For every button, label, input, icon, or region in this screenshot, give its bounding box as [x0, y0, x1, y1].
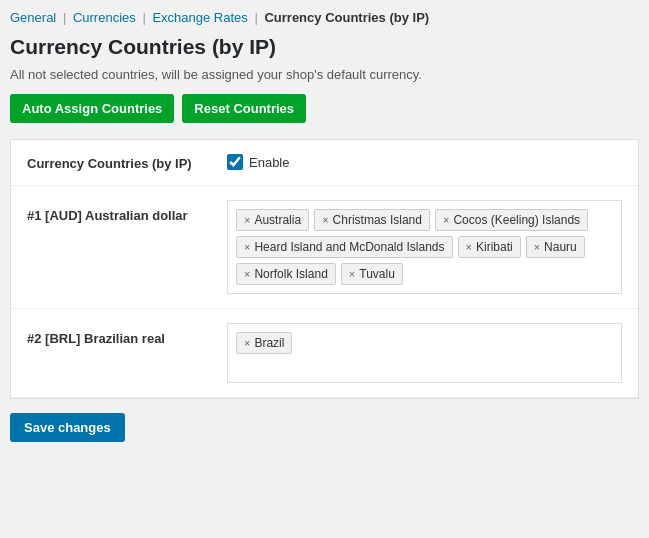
currency-label-brl: #2 [BRL] Brazilian real	[27, 323, 227, 346]
country-name: Tuvalu	[359, 267, 395, 281]
remove-country-icon[interactable]: ×	[349, 268, 355, 280]
nav-current: Currency Countries (by IP)	[264, 10, 429, 25]
nav-currencies[interactable]: Currencies	[73, 10, 136, 25]
country-tag: ×Heard Island and McDonald Islands	[236, 236, 453, 258]
currency-tags-brl[interactable]: ×Brazil	[227, 323, 622, 383]
currency-label-aud: #1 [AUD] Australian dollar	[27, 200, 227, 223]
nav-general[interactable]: General	[10, 10, 56, 25]
country-name: Christmas Island	[333, 213, 422, 227]
currency-row-aud: #1 [AUD] Australian dollar×Australia×Chr…	[11, 186, 638, 309]
country-name: Nauru	[544, 240, 577, 254]
auto-assign-button[interactable]: Auto Assign Countries	[10, 94, 174, 123]
remove-country-icon[interactable]: ×	[322, 214, 328, 226]
country-tag: ×Tuvalu	[341, 263, 403, 285]
country-tag: ×Christmas Island	[314, 209, 430, 231]
currency-row-brl: #2 [BRL] Brazilian real×Brazil	[11, 309, 638, 398]
remove-country-icon[interactable]: ×	[534, 241, 540, 253]
country-tag: ×Nauru	[526, 236, 585, 258]
save-button[interactable]: Save changes	[10, 413, 125, 442]
remove-country-icon[interactable]: ×	[244, 241, 250, 253]
nav-sep-3: |	[254, 10, 257, 25]
currency-rows: #1 [AUD] Australian dollar×Australia×Chr…	[11, 186, 638, 398]
country-tag: ×Australia	[236, 209, 309, 231]
main-content: Currency Countries (by IP) Enable #1 [AU…	[10, 139, 639, 399]
nav-bar: General | Currencies | Exchange Rates | …	[0, 0, 649, 31]
page-title: Currency Countries (by IP)	[0, 31, 649, 67]
remove-country-icon[interactable]: ×	[443, 214, 449, 226]
enable-text: Enable	[249, 155, 289, 170]
remove-country-icon[interactable]: ×	[466, 241, 472, 253]
remove-country-icon[interactable]: ×	[244, 337, 250, 349]
nav-sep-2: |	[142, 10, 145, 25]
enable-row: Currency Countries (by IP) Enable	[11, 140, 638, 186]
country-name: Norfolk Island	[254, 267, 327, 281]
country-name: Heard Island and McDonald Islands	[254, 240, 444, 254]
country-name: Kiribati	[476, 240, 513, 254]
page-description: All not selected countries, will be assi…	[0, 67, 649, 94]
remove-country-icon[interactable]: ×	[244, 214, 250, 226]
country-name: Cocos (Keeling) Islands	[453, 213, 580, 227]
country-tag: ×Cocos (Keeling) Islands	[435, 209, 588, 231]
enable-label: Currency Countries (by IP)	[27, 154, 227, 171]
remove-country-icon[interactable]: ×	[244, 268, 250, 280]
country-tag: ×Kiribati	[458, 236, 521, 258]
enable-checkbox[interactable]	[227, 154, 243, 170]
country-tag: ×Norfolk Island	[236, 263, 336, 285]
country-name: Brazil	[254, 336, 284, 350]
country-tag: ×Brazil	[236, 332, 292, 354]
nav-sep-1: |	[63, 10, 66, 25]
action-buttons-row: Auto Assign Countries Reset Countries	[0, 94, 649, 139]
save-btn-row: Save changes	[0, 399, 649, 456]
page-wrap: General | Currencies | Exchange Rates | …	[0, 0, 649, 456]
country-name: Australia	[254, 213, 301, 227]
reset-countries-button[interactable]: Reset Countries	[182, 94, 306, 123]
nav-exchange-rates[interactable]: Exchange Rates	[152, 10, 247, 25]
enable-value: Enable	[227, 154, 622, 170]
currency-tags-aud[interactable]: ×Australia×Christmas Island×Cocos (Keeli…	[227, 200, 622, 294]
